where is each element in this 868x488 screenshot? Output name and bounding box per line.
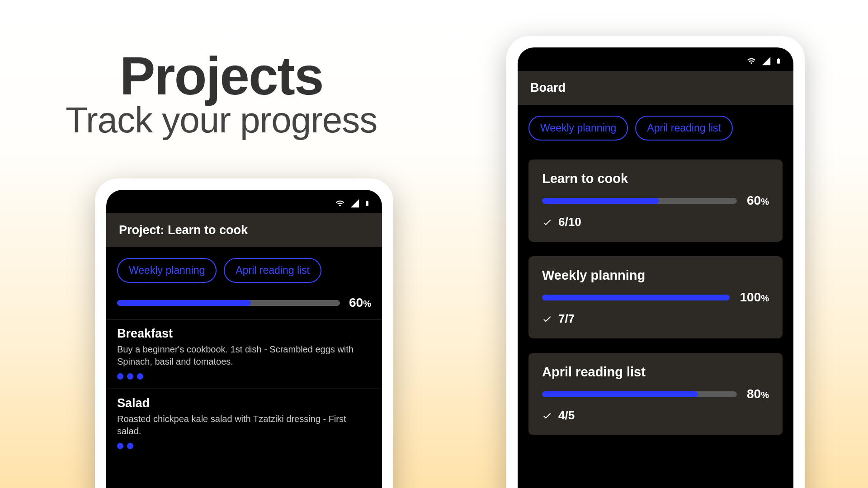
progress-percent: 80% <box>747 387 769 401</box>
card-progress-row: 80% <box>542 387 769 401</box>
check-icon <box>542 314 552 324</box>
filter-chip[interactable]: April reading list <box>224 258 321 283</box>
status-bar <box>106 190 382 213</box>
phone-mockup-project: Project: Learn to cook Weekly planningAp… <box>95 178 393 488</box>
progress-bar-fill <box>542 295 730 300</box>
task-description: Buy a beginner's cookbook. 1st dish - Sc… <box>117 343 371 368</box>
signal-icon <box>349 198 360 208</box>
hero-title: Projects <box>66 45 377 107</box>
card-title: Weekly planning <box>542 268 769 283</box>
filter-chip[interactable]: Weekly planning <box>117 258 217 283</box>
check-icon <box>542 411 552 421</box>
progress-bar-fill <box>542 198 659 204</box>
hero-subtitle: Track your progress <box>66 99 377 141</box>
appbar-title: Board <box>530 81 781 95</box>
count-row: 6/10 <box>542 215 769 229</box>
indicator-dot <box>127 443 133 449</box>
indicator-dot <box>117 373 123 380</box>
task-description: Roasted chickpea kale salad with Tzatzik… <box>117 413 371 437</box>
chip-row: Weekly planningApril reading list <box>518 105 793 145</box>
appbar-title: Project: Learn to cook <box>119 223 369 237</box>
status-bar <box>518 47 793 71</box>
progress-percent: 60% <box>349 296 371 310</box>
filter-chip[interactable]: Weekly planning <box>528 116 628 141</box>
phone-screen: Project: Learn to cook Weekly planningAp… <box>106 190 382 488</box>
task-item[interactable]: BreakfastBuy a beginner's cookbook. 1st … <box>106 319 382 389</box>
count-row: 7/7 <box>542 312 769 326</box>
progress-bar-fill <box>542 391 698 397</box>
count-row: 4/5 <box>542 408 769 422</box>
project-card[interactable]: Weekly planning100%7/7 <box>528 256 783 338</box>
count-text: 4/5 <box>558 408 575 422</box>
battery-icon <box>775 56 782 66</box>
phone-screen: Board Weekly planningApril reading list … <box>518 47 793 488</box>
card-title: April reading list <box>542 365 769 380</box>
app-bar: Project: Learn to cook <box>106 213 382 247</box>
project-progress-row: 60% <box>106 287 382 319</box>
card-progress-row: 60% <box>542 193 769 208</box>
indicator-dot <box>127 373 133 380</box>
signal-icon <box>761 56 772 66</box>
check-icon <box>542 217 552 227</box>
task-item[interactable]: SaladRoasted chickpea kale salad with Tz… <box>106 389 382 458</box>
count-text: 6/10 <box>558 215 581 229</box>
task-title: Breakfast <box>117 327 371 341</box>
wifi-icon <box>745 56 757 66</box>
progress-bar <box>542 295 730 300</box>
chip-row: Weekly planningApril reading list <box>106 247 382 287</box>
progress-bar <box>542 198 737 204</box>
task-indicators <box>117 373 371 380</box>
count-text: 7/7 <box>558 312 575 326</box>
indicator-dot <box>117 443 123 449</box>
hero-text: Projects Track your progress <box>66 45 377 141</box>
battery-icon <box>364 198 370 209</box>
project-card[interactable]: April reading list80%4/5 <box>528 353 783 435</box>
progress-bar <box>542 391 737 397</box>
task-indicators <box>117 443 371 449</box>
project-card[interactable]: Learn to cook60%6/10 <box>528 160 783 242</box>
phone-mockup-board: Board Weekly planningApril reading list … <box>506 36 805 488</box>
card-title: Learn to cook <box>542 171 769 186</box>
progress-bar <box>117 300 340 306</box>
progress-percent: 60% <box>747 193 769 208</box>
card-progress-row: 100% <box>542 290 769 305</box>
task-title: Salad <box>117 396 371 410</box>
wifi-icon <box>334 199 346 208</box>
filter-chip[interactable]: April reading list <box>635 116 733 141</box>
progress-bar-fill <box>117 300 251 306</box>
indicator-dot <box>137 373 143 380</box>
progress-percent: 100% <box>740 290 769 305</box>
app-bar: Board <box>518 71 793 105</box>
